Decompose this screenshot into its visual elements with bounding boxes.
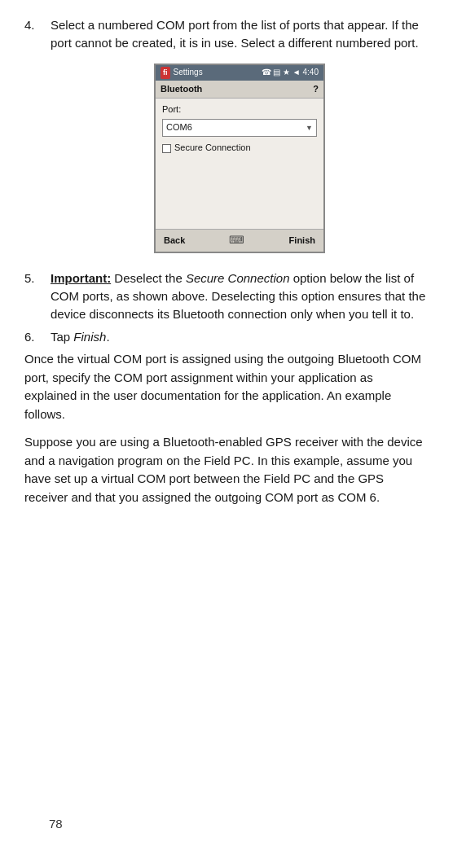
device-checkbox-row: Secure Connection [162,142,317,155]
list-item-6: 6. Tap Finish. [24,328,429,346]
device-dropdown-arrow-icon: ▼ [306,123,313,134]
body-paragraph-2: Suppose you are using a Bluetooth-enable… [24,433,429,506]
device-dropdown-value: COM6 [166,121,192,134]
device-footer: Back ⌨ Finish [156,229,323,252]
device-com-dropdown[interactable]: COM6 ▼ [162,119,317,137]
period-text: . [106,330,109,344]
list-item-5: 5. Important: Deselect the Secure Connec… [24,270,429,322]
deselect-text-1: Deselect the [111,271,186,285]
list-item-4: 4. Select a numbered COM port from the l… [24,16,429,265]
secure-connection-text: Secure Connection [186,271,290,285]
titlebar-icons: ☎ ▤ ★ ◄ 4:40 [262,67,319,79]
body-paragraph-1: Once the virtual COM port is assigned us… [24,350,429,423]
finish-text: Finish [73,330,106,344]
device-screenshot: fi Settings ☎ ▤ ★ ◄ 4:40 Bluetooth ? Por… [154,64,325,254]
list-content-6: Tap Finish. [51,328,429,346]
titlebar-logo: fi [161,67,170,79]
list-content-4: Select a numbered COM port from the list… [51,16,429,265]
device-header: Bluetooth ? [156,81,323,99]
device-secure-label: Secure Connection [174,142,251,155]
titlebar-title: Settings [174,67,203,79]
device-back-button[interactable]: Back [164,235,185,248]
device-secure-checkbox[interactable] [162,144,171,153]
device-keyboard-icon: ⌨ [229,233,244,248]
titlebar-status-icons: ☎ ▤ ★ ◄ 4:40 [262,67,319,79]
device-finish-button[interactable]: Finish [289,235,315,248]
list-text-4: Select a numbered COM port from the list… [51,18,419,50]
list-number-4: 4. [24,16,51,265]
device-header-title: Bluetooth [161,83,202,96]
list-number-5: 5. [24,270,51,322]
important-label: Important: [51,271,111,285]
tap-text: Tap [51,330,73,344]
list-content-5: Important: Deselect the Secure Connectio… [51,270,429,322]
device-titlebar: fi Settings ☎ ▤ ★ ◄ 4:40 [156,65,323,81]
list-number-6: 6. [24,328,51,346]
page-content: 4. Select a numbered COM port from the l… [24,16,429,847]
titlebar-left: fi Settings [161,67,203,79]
page-number: 78 [49,817,63,831]
device-port-label: Port: [162,103,317,116]
device-help-icon: ? [313,83,319,96]
device-body: Port: COM6 ▼ Secure Connection [156,99,323,229]
